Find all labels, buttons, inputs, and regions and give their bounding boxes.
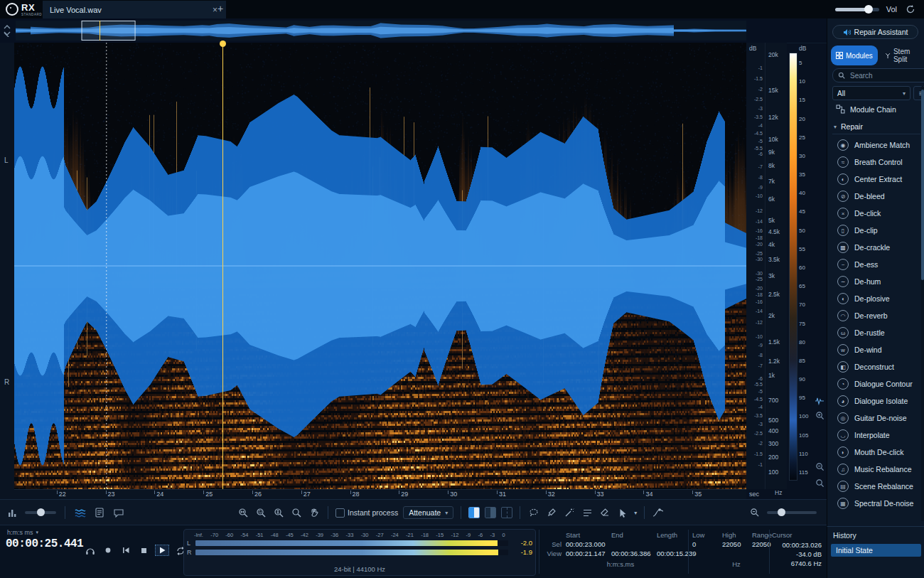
meter-scale-tick: -33 [345,532,353,538]
module-item-de-reverb[interactable]: ◠De-reverb [827,307,920,324]
module-item-music-rebalance[interactable]: ♫Music Rebalance [827,461,920,478]
zoom-frequency-selection-icon[interactable] [272,506,285,519]
frequency-ruler[interactable]: 20k15k12k10k9k8k7k6k5k4.5k4k3.5k3k2.5k2k… [765,43,787,489]
horizontal-zoom-knob[interactable] [778,508,785,516]
module-item-dialogue-isolate[interactable]: ◕Dialogue Isolate [827,392,920,410]
zoom-tool-icon[interactable] [290,506,303,519]
file-tab[interactable]: Live Vocal.wav × [43,1,226,18]
modules-scrollbar[interactable] [921,86,924,521]
fade-curve-tool-icon[interactable] [652,506,665,519]
zoom-time-selection-icon[interactable] [237,506,249,519]
module-item-de-click[interactable]: ×De-click [827,205,920,222]
amplitude-ruler-toggle-icon[interactable] [815,397,824,405]
history-panel: History Initial State [827,526,924,578]
tab-modules[interactable]: Modules [831,46,878,65]
module-item-interpolate[interactable]: ◡Interpolate [827,427,920,444]
module-item-de-clip[interactable]: ▯De-clip [827,222,920,239]
session-notes-icon[interactable] [93,506,106,519]
module-item-scene-rebalance[interactable]: ▤Scene Rebalance [827,478,920,495]
category-filter-select[interactable]: All ▾ [832,86,910,100]
amp-tick: -3 [758,422,763,427]
eraser-tool-icon[interactable] [598,506,611,519]
volume-slider-knob[interactable] [864,5,873,14]
repair-assistant-button[interactable]: Repair Assistant [832,25,918,39]
amplitude-ruler[interactable]: -1-1.5-2-2.5-3-3.5-4-4.5-5-5.5-6-7-8-9-1… [746,43,765,489]
selection-info: Start End Length Sel 00:00:23.000 View 0… [543,531,698,568]
module-item-mouth-de-click[interactable]: ◗Mouth De-click [827,444,920,461]
module-item-ambience-match[interactable]: ◉Ambience Match [827,137,920,154]
tool-options-chevron-icon[interactable]: ▾ [634,510,637,516]
freq-tick: 400 [768,427,778,434]
module-item-spectral-de-noise[interactable]: ▦Spectral De-noise [827,495,920,512]
cursor-arrow-tool-icon[interactable] [616,506,629,519]
spectrogram-settings-icon[interactable] [74,506,87,519]
process-mode-select[interactable]: Attenuate ▾ [403,506,453,519]
tab-stem-split[interactable]: Stem Split [880,46,924,65]
meter-bridge-icon[interactable] [6,506,18,519]
comments-icon[interactable] [112,506,125,519]
view-spectrogram-button[interactable] [485,507,496,518]
view-spectrogram-waveform-button[interactable] [468,507,480,518]
module-item-de-wind[interactable]: wDe-wind [827,341,920,358]
meter-scale: -Inf.-70-60-54-51-48-45-42-39-36-33-30-2… [194,532,505,538]
time-ruler[interactable]: 2223242526272829303132333435 [14,489,746,500]
repair-section-toggle[interactable]: ▾ Repair [832,122,920,134]
view-waveform-button[interactable] [501,507,512,518]
instant-process-toggle[interactable]: Instant process [335,508,398,518]
module-item-de-ess[interactable]: ~De-ess [827,256,920,273]
new-tab-button[interactable]: + [217,3,223,14]
record-button[interactable] [102,544,114,557]
level-meters[interactable]: -Inf.-70-60-54-51-48-45-42-39-36-33-30-2… [183,529,536,576]
module-item-de-plosive[interactable]: ◖De-plosive [827,290,920,307]
history-item-initial-state[interactable]: Initial State [831,544,921,557]
spectrogram-colorbar[interactable] [789,53,797,481]
monitor-headphones-icon[interactable] [84,544,97,557]
module-item-deconstruct[interactable]: ◧Deconstruct [827,358,920,375]
vertical-zoom-out-icon[interactable] [815,462,824,471]
skip-to-start-button[interactable] [119,544,132,557]
overview-waveform[interactable] [16,21,746,41]
colorbar-tick: 60 [799,264,805,271]
module-item-de-bleed[interactable]: ⊘De-bleed [827,188,920,205]
playhead-marker[interactable] [220,41,226,47]
search-input[interactable] [849,71,913,80]
zoom-selection-icon[interactable] [254,506,267,519]
channel-label-left: L [4,156,9,164]
monitor-gain-slider[interactable] [25,511,56,514]
spectrogram-editor[interactable] [14,43,746,489]
modules-scrollbar-thumb[interactable] [921,90,924,280]
module-item-center-extract[interactable]: ◐Center Extract [827,171,920,188]
play-button[interactable] [155,545,169,556]
vertical-zoom-fit-icon[interactable] [815,478,824,488]
module-item-de-crackle[interactable]: ▩De-crackle [827,239,920,256]
module-search[interactable] [832,68,924,82]
brush-selection-icon[interactable] [545,506,558,519]
module-chain-button[interactable]: Module Chain [832,105,896,114]
module-item-dialogue-contour[interactable]: ◔Dialogue Contour [827,375,920,392]
amp-tick: -9 [758,184,763,189]
time-format-selector[interactable]: h:m:s ms ▾ [7,529,38,536]
vertical-zoom-in-icon[interactable] [815,411,824,420]
meter-scale-tick: 0 [503,532,505,538]
selection-list-icon[interactable] [581,506,593,519]
grab-hand-icon[interactable] [308,506,321,519]
de-clip-icon: ▯ [837,225,849,236]
reset-meters-icon[interactable] [904,3,917,16]
volume-slider[interactable] [835,8,879,11]
stop-button[interactable] [137,544,150,557]
meter-scale-tick: -36 [331,532,338,538]
meter-scale-tick: -45 [286,532,294,538]
module-item-guitar-de-noise[interactable]: ◎Guitar De-noise [827,410,920,427]
monitor-gain-knob[interactable] [37,508,45,516]
module-item-de-rustle[interactable]: ωDe-rustle [827,324,920,341]
module-item-breath-control[interactable]: ≈Breath Control [827,154,920,171]
horizontal-zoom-out-icon[interactable] [748,506,761,519]
overview-resize-handle[interactable] [3,24,11,37]
instant-process-checkbox[interactable] [335,508,345,518]
magic-wand-icon[interactable] [563,506,576,519]
freq-tick: 3.5k [768,256,780,263]
module-label: Spectral De-noise [854,499,913,508]
lasso-selection-icon[interactable] [527,506,540,519]
module-item-de-hum[interactable]: ∼De-hum [827,273,920,290]
horizontal-zoom-slider[interactable] [767,511,817,514]
